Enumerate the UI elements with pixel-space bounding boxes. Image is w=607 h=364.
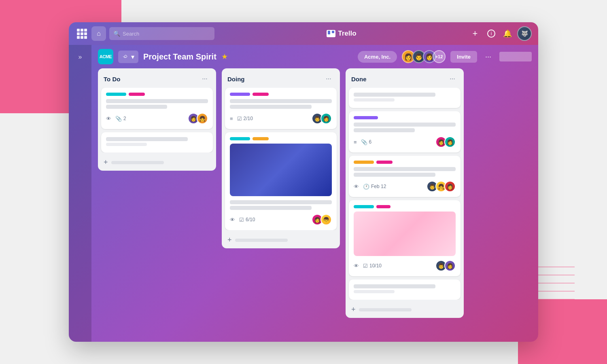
card-title-line <box>354 284 435 288</box>
workspace-chevron: ▾ <box>131 53 134 61</box>
todo-card-2[interactable] <box>101 132 213 152</box>
card-avatar-3: 👩 <box>444 181 456 192</box>
columns-area: To Do ··· <box>91 68 538 342</box>
card-title-line <box>354 93 435 97</box>
check-count: 2/10 <box>244 116 253 121</box>
done-card-2[interactable]: ≡ 📎 6 👩 👩 <box>349 111 461 152</box>
label-teal <box>230 137 250 140</box>
board-more-button[interactable]: ··· <box>482 51 495 63</box>
more-icon: ··· <box>485 53 491 61</box>
eye-icon: 👁 <box>354 263 359 269</box>
card-subtitle-line <box>354 173 435 177</box>
notification-button[interactable]: 🔔 <box>501 27 514 40</box>
navbar-actions: + i 🔔 🐺 <box>469 26 532 41</box>
list-icon: ≡ <box>354 139 357 145</box>
card-labels <box>354 205 456 208</box>
plus-icon: + <box>227 236 232 244</box>
card-avatar-2: 👧 <box>197 113 208 124</box>
card-meta-eye: 👁 <box>354 184 359 190</box>
label-teal <box>106 93 126 96</box>
trello-logo-icon <box>327 30 335 37</box>
done-add-card-button[interactable]: + <box>346 301 464 318</box>
done-column-menu-button[interactable]: ··· <box>447 73 458 85</box>
card-title-line <box>230 99 332 103</box>
apps-grid-icon <box>77 29 87 39</box>
invite-button[interactable]: Invite <box>450 51 477 63</box>
label-pink <box>376 161 393 164</box>
board-background-swatch[interactable] <box>499 52 532 61</box>
card-title-line <box>106 137 188 141</box>
done-card-1[interactable] <box>349 88 461 108</box>
plus-icon: + <box>351 305 356 314</box>
card-subtitle-line <box>354 290 395 293</box>
sidebar-collapse-button[interactable]: » <box>74 51 87 63</box>
plus-icon: + <box>104 158 108 167</box>
card-meta-list: ≡ <box>230 116 233 122</box>
doing-card-2[interactable]: 👁 ☑ 6/10 👩 👦 <box>225 132 337 230</box>
card-labels <box>354 161 456 164</box>
card-labels <box>354 116 456 119</box>
workspace-switcher[interactable]: ꩜ ▾ <box>118 51 138 63</box>
card-labels <box>230 137 332 140</box>
board-header: ACME ꩜ ▾ Project Team Spirit ★ Acme, Inc… <box>91 45 538 68</box>
done-column-header: Done ··· <box>346 68 464 88</box>
card-meta: ≡ 📎 6 <box>354 139 371 145</box>
doing-card-1[interactable]: ≡ ☑ 2/10 👨 👩 <box>225 88 337 129</box>
attachment-count: 6 <box>369 139 372 145</box>
doing-column-menu-button[interactable]: ··· <box>323 73 334 85</box>
apps-menu-button[interactable] <box>75 27 88 40</box>
done-column: Done ··· <box>346 68 464 318</box>
more-members-badge[interactable]: +12 <box>433 50 446 63</box>
todo-column-header: To Do ··· <box>98 68 216 88</box>
info-button[interactable]: i <box>485 27 498 40</box>
search-placeholder: Search <box>123 31 139 37</box>
done-card-5[interactable] <box>349 279 461 300</box>
card-meta-date: 🕐 Feb 12 <box>363 184 386 190</box>
navbar-title: Trello <box>218 30 465 38</box>
card-meta-eye: 👁 <box>230 217 235 223</box>
check-count: 10/10 <box>369 263 382 269</box>
user-avatar-face: 🐺 <box>518 27 531 40</box>
bell-icon: 🔔 <box>503 29 512 38</box>
doing-add-card-button[interactable]: + <box>222 232 340 248</box>
board-star-button[interactable]: ★ <box>221 52 228 61</box>
card-avatar-2: 👩 <box>444 136 456 148</box>
sidebar: » <box>69 45 91 342</box>
doing-column-cards: ≡ ☑ 2/10 👨 👩 <box>222 88 340 230</box>
clip-icon: 📎 <box>115 116 122 122</box>
doing-column: Doing ··· <box>222 68 340 248</box>
doing-column-header: Doing ··· <box>222 68 340 88</box>
navbar: ⌂ 🔍 Search Trello + i 🔔 🐺 <box>69 22 538 45</box>
main-area: » ACME ꩜ ▾ Project Team Spirit ★ Acme, I… <box>69 45 538 342</box>
eye-icon: 👁 <box>106 116 111 122</box>
card-avatar-2: 👩 <box>444 260 456 271</box>
add-card-label <box>111 161 164 164</box>
card-footer: ≡ 📎 6 👩 👩 <box>354 136 456 148</box>
todo-column-menu-button[interactable]: ··· <box>199 73 210 85</box>
check-count: 6/10 <box>246 217 255 222</box>
user-avatar[interactable]: 🐺 <box>517 26 532 41</box>
done-column-cards: ≡ 📎 6 👩 👩 <box>346 88 464 300</box>
label-teal <box>354 205 374 208</box>
home-button[interactable]: ⌂ <box>91 26 106 41</box>
search-bar[interactable]: 🔍 Search <box>109 27 214 40</box>
todo-card-1[interactable]: 👁 📎 2 👩 👧 <box>101 88 213 129</box>
card-avatars: 👩 👧 <box>188 113 208 124</box>
done-card-4[interactable]: 👁 ☑ 10/10 👨 👩 <box>349 200 461 276</box>
done-card-3[interactable]: 👁 🕐 Feb 12 👨 👧 <box>349 156 461 197</box>
card-meta-eye: 👁 <box>354 263 359 269</box>
card-meta-list: ≡ <box>354 139 357 145</box>
card-subtitle-line <box>106 143 147 146</box>
workspace-icon: ꩜ <box>122 53 129 60</box>
org-name-button[interactable]: Acme, Inc. <box>358 51 397 63</box>
card-meta-attachment: 📎 6 <box>361 139 372 145</box>
card-meta: 👁 📎 2 <box>106 116 126 122</box>
card-meta: ≡ ☑ 2/10 <box>230 116 253 122</box>
add-button[interactable]: + <box>469 27 482 40</box>
label-purple <box>230 93 250 96</box>
card-pink-image <box>354 212 456 256</box>
label-orange <box>253 137 269 140</box>
add-card-label <box>359 308 412 311</box>
todo-add-card-button[interactable]: + <box>98 154 216 171</box>
card-avatars: 👩 👦 <box>312 214 332 225</box>
